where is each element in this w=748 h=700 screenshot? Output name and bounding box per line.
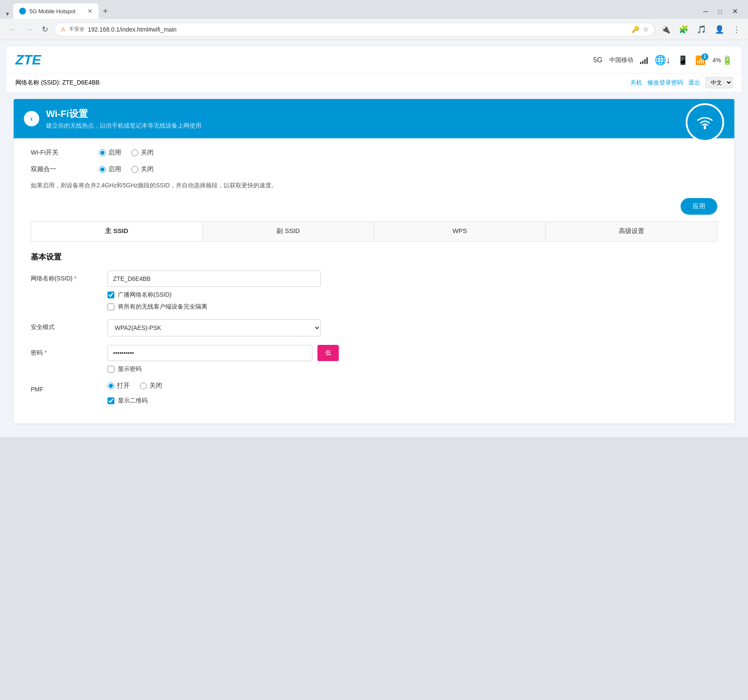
browser-tool-icon[interactable]: 🎵 [694, 23, 709, 36]
dual-band-row: 双频合一 启用 关闭 [31, 165, 717, 173]
svg-point-0 [704, 127, 706, 129]
zte-logo: ZTE [15, 52, 41, 68]
menu-icon[interactable]: ⋮ [730, 23, 743, 36]
tab-main-ssid[interactable]: 主 SSID [31, 222, 203, 241]
reload-button[interactable]: ↻ [39, 23, 51, 36]
key-icon[interactable]: 🔑 [632, 26, 640, 33]
wifi-disable-label: 关闭 [141, 149, 154, 157]
wifi-back-button[interactable]: ‹ [24, 111, 39, 126]
battery-icon: 🔋 [722, 55, 733, 65]
password-input[interactable] [108, 345, 312, 361]
wifi-enable-label: 启用 [108, 149, 121, 157]
wifi-tabs: 主 SSID 副 SSID WPS 高级设置 [31, 222, 717, 242]
wifi-toggle-row: Wi-Fi开关 启用 关闭 [31, 149, 717, 157]
dual-band-disable-label: 关闭 [141, 165, 154, 173]
dual-band-label: 双频合一 [31, 165, 99, 173]
broadcast-ssid-checkbox[interactable]: 广播网络名称(SSID) [108, 291, 717, 299]
language-select[interactable]: 中文 [705, 77, 733, 88]
security-mode-select[interactable]: WPA2(AES)-PSK WPA-PSK WPA/WPA2-PSK None [108, 319, 321, 336]
qr-code-row: 显示二维码 [31, 397, 717, 405]
pmf-close-label: 关闭 [149, 382, 162, 390]
pmf-open-label: 打开 [117, 382, 130, 390]
wifi-toggle-label: Wi-Fi开关 [31, 149, 99, 157]
security-mode-row: 安全模式 WPA2(AES)-PSK WPA-PSK WPA/WPA2-PSK … [31, 319, 717, 336]
password-strength-button[interactable]: 低 [317, 345, 339, 361]
bookmark-icon[interactable]: ☆ [643, 26, 649, 33]
account-icon[interactable]: 👤 [712, 23, 727, 36]
logout-link[interactable]: 退出 [688, 79, 700, 87]
show-password-label: 显示密码 [118, 365, 142, 373]
qr-placeholder [31, 397, 108, 401]
broadcast-ssid-label: 广播网络名称(SSID) [118, 291, 172, 299]
address-bar[interactable]: ⚠ 不安全 192.168.0.1/index.html#wifi_main 🔑… [54, 23, 655, 36]
apply-button[interactable]: 应用 [681, 198, 717, 215]
ssid-value: ZTE_D6E4BB [62, 79, 100, 86]
signal-strength [640, 56, 648, 64]
wifi-disable-radio[interactable]: 关闭 [131, 149, 154, 157]
battery-status: 4% 🔋 [713, 55, 733, 65]
change-password-link[interactable]: 修改登录密码 [647, 79, 683, 87]
isolate-clients-checkbox[interactable]: 将所有的无线客户端设备完全隔离 [108, 303, 717, 311]
browser-extension-icon[interactable]: 🔌 [658, 23, 673, 36]
back-button[interactable]: ← [5, 23, 19, 36]
tab-favicon [19, 8, 26, 15]
maximize-button[interactable]: □ [713, 6, 727, 17]
basic-settings-title: 基本设置 [31, 252, 717, 262]
dual-band-enable-radio[interactable]: 启用 [99, 165, 121, 173]
show-password-checkbox[interactable]: 显示密码 [108, 365, 717, 373]
password-label: 密码 * [31, 345, 108, 357]
dual-band-enable-label: 启用 [108, 165, 121, 173]
close-window-button[interactable]: ✕ [727, 6, 743, 17]
wifi-settings-title: Wi-Fi设置 [46, 108, 724, 120]
security-mode-label: 安全模式 [31, 319, 108, 331]
wifi-settings-subtitle: 建立你的无线热点，以供手机或笔记本等无线设备上网使用 [46, 122, 724, 130]
show-qr-label: 显示二维码 [118, 397, 148, 405]
tab-secondary-ssid[interactable]: 副 SSID [203, 222, 374, 241]
tab-wps[interactable]: WPS [374, 222, 546, 241]
ssid-field-row: 网络名称(SSID) * 广播网络名称(SSID) 将所有的无线客户端设备完全隔… [31, 271, 717, 311]
browser-extensions-icon[interactable]: 🧩 [676, 23, 691, 36]
ssid-label: 网络名称 (SSID): [15, 79, 61, 86]
pmf-close-radio[interactable]: 关闭 [140, 382, 162, 390]
shutdown-link[interactable]: 关机 [630, 79, 642, 87]
network-type: 5G [593, 56, 602, 64]
tab-list-button[interactable]: ▾ [3, 9, 12, 19]
wifi-icon-circle [686, 103, 724, 142]
sim-icon: 📱 [678, 55, 688, 65]
wifi-badge: 2 [701, 53, 708, 60]
carrier-name: 中国移动 [609, 56, 633, 64]
wifi-enable-radio[interactable]: 启用 [99, 149, 121, 157]
ssid-input[interactable] [108, 271, 321, 287]
active-tab[interactable]: 5G Mobile Hotspot ✕ [13, 3, 99, 19]
tab-close-button[interactable]: ✕ [87, 8, 93, 15]
warning-icon: ⚠ [61, 26, 66, 32]
new-tab-button[interactable]: + [99, 5, 112, 18]
tab-title: 5G Mobile Hotspot [29, 8, 84, 15]
password-row: 密码 * 低 显示密码 [31, 345, 717, 373]
ssid-field-label: 网络名称(SSID) * [31, 271, 108, 283]
dual-band-disable-radio[interactable]: 关闭 [131, 165, 154, 173]
forward-button[interactable]: → [22, 23, 36, 36]
pmf-open-radio[interactable]: 打开 [108, 382, 130, 390]
minimize-button[interactable]: ─ [698, 6, 713, 17]
not-secure-label: 不安全 [69, 26, 84, 33]
tab-advanced[interactable]: 高级设置 [546, 222, 717, 241]
battery-percent: 4% [713, 57, 721, 64]
isolate-clients-label: 将所有的无线客户端设备完全隔离 [118, 303, 207, 311]
ssid-info: 网络名称 (SSID): ZTE_D6E4BB [15, 79, 100, 87]
pmf-row: PMF 打开 关闭 [31, 382, 717, 393]
wifi-status: 📶 2 [695, 55, 706, 65]
dual-band-info: 如果启用，则设备将合并2.4GHz和5GHz频段的SSID，并自动选择频段，以获… [31, 182, 717, 190]
show-qr-checkbox[interactable]: 显示二维码 [108, 397, 717, 405]
url-text: 192.168.0.1/index.html#wifi_main [88, 26, 628, 33]
pmf-label: PMF [31, 382, 108, 393]
globe-icon: 🌐↓ [655, 55, 671, 66]
